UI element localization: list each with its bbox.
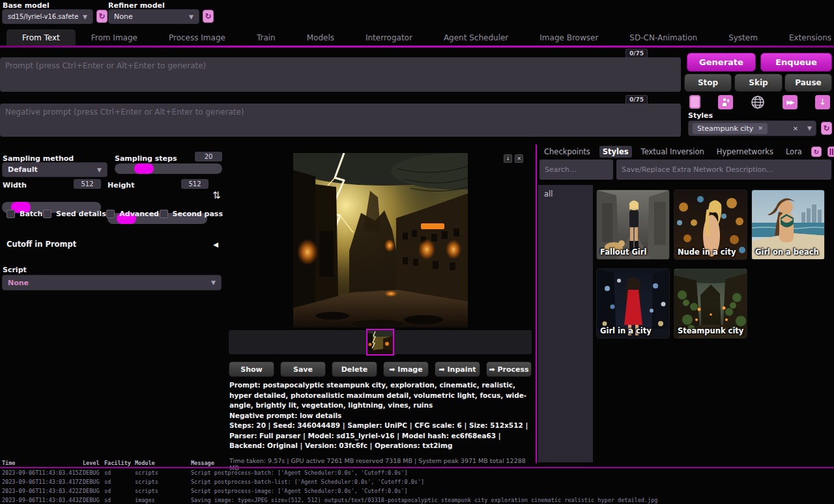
- tab-models[interactable]: Models: [291, 29, 350, 46]
- generated-image[interactable]: [293, 153, 468, 328]
- globe-icon[interactable]: [751, 95, 765, 109]
- chevron-down-icon: ▼: [97, 167, 102, 173]
- style-card-steampunk-city[interactable]: Steampunk city: [674, 268, 747, 339]
- refiner-model-dropdown[interactable]: None ▼: [108, 9, 199, 24]
- stop-button[interactable]: Stop: [684, 74, 732, 92]
- style-card-girl-in-a-city[interactable]: Girl in a city: [596, 268, 670, 339]
- clear-styles-icon[interactable]: ✕: [793, 125, 798, 132]
- width-value[interactable]: 512: [74, 179, 101, 189]
- save-button[interactable]: Save: [280, 361, 326, 377]
- networks-search-input[interactable]: [539, 160, 613, 180]
- log-col-facility: Facility: [104, 460, 135, 466]
- show-button[interactable]: Show: [229, 361, 274, 377]
- styles-refresh-icon[interactable]: ↻: [821, 122, 832, 135]
- sdnext-app: Base model sd15/lyriel-v16.safetensors ▼…: [0, 0, 834, 504]
- height-label: Height: [108, 181, 134, 189]
- sliders-glyph: [829, 148, 834, 155]
- gallery-thumbnail-art: [367, 330, 393, 354]
- prompt-input[interactable]: [0, 57, 681, 92]
- networks-tabbar: Checkpoints Styles Textual Inversion Hyp…: [541, 146, 834, 158]
- log-facility: sd: [104, 479, 135, 485]
- generate-button[interactable]: Generate: [687, 53, 756, 72]
- networks-tab-textual-inversion[interactable]: Textual Inversion: [638, 146, 708, 158]
- log-col-level: Level: [83, 460, 104, 466]
- log-time: 2023-09-06T11:43:03.422Z: [2, 488, 83, 494]
- sampling-steps-value[interactable]: 20: [195, 152, 222, 161]
- image-action-buttons: Show Save Delete ➡ Image ➡ Inpaint ➡ Pro…: [229, 361, 532, 377]
- log-message: Saving image: type=JPEG size=(512, 512) …: [191, 497, 834, 503]
- networks-sliders-icon[interactable]: [827, 147, 834, 157]
- enqueue-button[interactable]: Enqueue: [760, 53, 832, 72]
- networks-refresh-icon[interactable]: ↻: [811, 147, 822, 157]
- option-checkboxes: Batch Seed details Advanced Second pass: [7, 210, 223, 218]
- log-facility: sd: [104, 488, 135, 494]
- base-model-refresh-icon[interactable]: ↻: [96, 10, 108, 23]
- tab-from-image[interactable]: From Image: [76, 29, 153, 46]
- send-to-process-button[interactable]: ➡ Process: [486, 361, 532, 377]
- generated-image-art: [293, 153, 468, 328]
- advanced-checkbox[interactable]: Advanced: [106, 210, 159, 218]
- gallery-thumbnail-selected[interactable]: [366, 329, 394, 356]
- tab-system[interactable]: System: [713, 29, 773, 46]
- accordion-collapsed-icon: ◀: [213, 241, 218, 248]
- sampling-method-value: Default: [8, 165, 38, 174]
- networks-tab-checkpoints[interactable]: Checkpoints: [541, 146, 594, 158]
- batch-checkbox-label: Batch: [20, 210, 42, 218]
- tab-from-text[interactable]: From Text: [7, 29, 76, 46]
- remove-style-icon[interactable]: ✕: [758, 125, 763, 132]
- second-pass-checkbox[interactable]: Second pass: [160, 210, 223, 218]
- fast-forward-icon[interactable]: ▶▶: [783, 95, 798, 109]
- networks-description-input[interactable]: [616, 160, 831, 180]
- main-tabbar: From Text From Image Process Image Train…: [0, 29, 834, 46]
- skip-button[interactable]: Skip: [734, 74, 783, 92]
- networks-tab-hypernetworks[interactable]: Hypernetworks: [713, 146, 777, 158]
- sampling-steps-slider[interactable]: [115, 163, 222, 174]
- log-message: Script postprocess-image: ['Agent Schedu…: [191, 488, 834, 494]
- log-module: scripts: [135, 479, 191, 485]
- width-label: Width: [3, 181, 27, 189]
- tab-process-image[interactable]: Process Image: [153, 29, 241, 46]
- tab-image-browser[interactable]: Image Browser: [524, 29, 614, 46]
- log-module: scripts: [135, 469, 191, 476]
- networks-tab-styles[interactable]: Styles: [599, 146, 632, 158]
- tab-sd-cn-animation[interactable]: SD-CN-Animation: [614, 29, 713, 46]
- folder-item-all[interactable]: all: [538, 185, 593, 203]
- tab-train[interactable]: Train: [241, 29, 291, 46]
- checkbox-icon: [43, 210, 51, 218]
- send-to-inpaint-button[interactable]: ➡ Inpaint: [435, 361, 480, 377]
- person-arrow-glyph: [721, 98, 730, 107]
- download-arrow-icon[interactable]: ↓: [815, 95, 830, 109]
- image-download-icon[interactable]: ↓: [504, 154, 512, 163]
- image-close-icon[interactable]: ✕: [515, 154, 523, 163]
- sampling-method-dropdown[interactable]: Default ▼: [2, 162, 108, 177]
- tab-agent-scheduler[interactable]: Agent Scheduler: [428, 29, 524, 46]
- seed-details-checkbox[interactable]: Seed details: [43, 210, 106, 218]
- panel-accent-divider: [536, 145, 537, 463]
- pause-button[interactable]: Pause: [784, 74, 832, 92]
- styles-select[interactable]: Steampunk city ✕ ✕ ▼: [688, 120, 816, 136]
- slider-handle[interactable]: [134, 163, 154, 174]
- tab-interrogator[interactable]: Interrogator: [350, 29, 428, 46]
- second-pass-checkbox-label: Second pass: [173, 210, 223, 218]
- style-card-fallout-girl[interactable]: Fallout Girl: [596, 189, 670, 260]
- style-token[interactable]: Steampunk city ✕: [693, 123, 768, 134]
- clipboard-icon[interactable]: [689, 95, 700, 109]
- style-card-nude-in-a-city[interactable]: Nude in a city: [674, 189, 747, 260]
- delete-button[interactable]: Delete: [332, 361, 377, 377]
- cutoff-accordion[interactable]: Cutoff in Prompt ◀: [7, 240, 218, 249]
- networks-tab-lora[interactable]: Lora: [783, 146, 805, 158]
- apply-style-icon[interactable]: [718, 95, 733, 109]
- script-dropdown[interactable]: None ▼: [2, 275, 222, 290]
- style-card-label: Girl on a beach: [755, 247, 819, 257]
- tab-extensions[interactable]: Extensions: [773, 29, 834, 46]
- negative-prompt-input[interactable]: [0, 104, 681, 137]
- batch-checkbox[interactable]: Batch: [7, 210, 42, 218]
- swap-dimensions-icon[interactable]: ⇅: [212, 189, 221, 201]
- checkbox-icon: [7, 210, 15, 218]
- networks-folder-panel: all: [538, 185, 593, 462]
- refiner-model-refresh-icon[interactable]: ↻: [203, 10, 214, 23]
- send-to-image-button[interactable]: ➡ Image: [383, 361, 429, 377]
- style-card-girl-on-a-beach[interactable]: Girl on a beach: [751, 189, 825, 260]
- height-value[interactable]: 512: [181, 179, 208, 189]
- base-model-dropdown[interactable]: sd15/lyriel-v16.safetensors ▼: [2, 9, 93, 24]
